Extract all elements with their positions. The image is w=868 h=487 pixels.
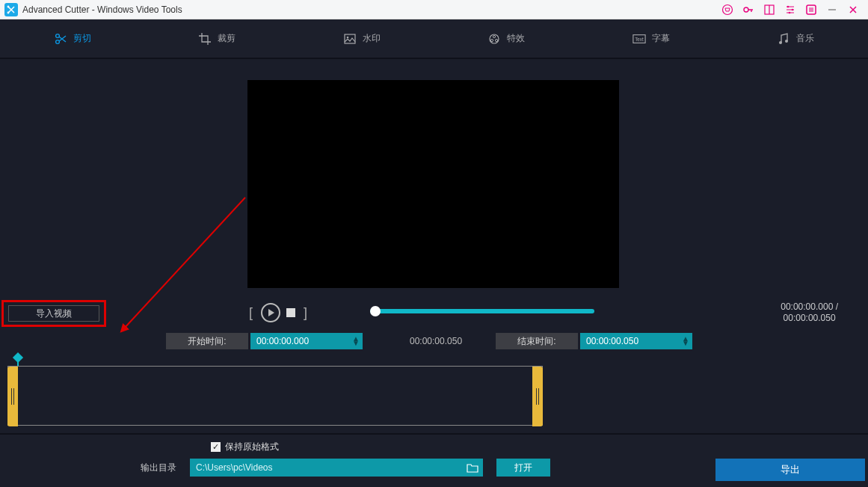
- svg-point-8: [789, 11, 791, 13]
- svg-point-17: [491, 39, 493, 41]
- stop-button[interactable]: [286, 308, 295, 317]
- layout-icon[interactable]: [759, 1, 780, 18]
- tab-label: 水印: [363, 32, 381, 45]
- key-icon[interactable]: [738, 1, 759, 18]
- window-title: Advanced Cutter - Windows Video Tools: [22, 4, 182, 15]
- tab-subtitle[interactable]: Text 字幕: [579, 19, 724, 58]
- svg-point-18: [496, 39, 498, 41]
- duration-display: 00:00:00.050: [410, 336, 462, 346]
- output-dir-label: 输出目录: [141, 462, 176, 474]
- music-icon: [777, 32, 790, 46]
- end-time-label: 结束时间:: [496, 333, 578, 349]
- svg-point-3: [744, 7, 748, 12]
- seek-slider[interactable]: [370, 309, 594, 313]
- crop-icon: [198, 32, 212, 46]
- playhead[interactable]: [14, 354, 22, 361]
- tab-watermark[interactable]: 水印: [289, 19, 434, 58]
- start-time-label: 开始时间:: [166, 333, 248, 349]
- spinner-icon[interactable]: ▲▼: [352, 337, 360, 346]
- tab-label: 裁剪: [218, 32, 236, 45]
- video-preview[interactable]: [247, 80, 619, 288]
- spinner-icon[interactable]: ▲▼: [682, 337, 689, 346]
- tab-cut[interactable]: 剪切: [0, 19, 145, 58]
- svg-point-6: [787, 5, 789, 7]
- menu-icon[interactable]: [801, 1, 822, 18]
- time-range-row: 开始时间: 00:00:00.000 ▲▼ 00:00:00.050 结束时间:…: [0, 333, 868, 354]
- effect-icon: [487, 32, 501, 46]
- open-button[interactable]: 打开: [496, 459, 550, 477]
- end-time-input[interactable]: 00:00:00.050 ▲▼: [580, 333, 692, 349]
- preview-stage: [0, 59, 868, 298]
- export-button[interactable]: 导出: [715, 459, 865, 481]
- time-display: 00:00:00.000 / 00:00:00.050: [781, 301, 838, 324]
- svg-text:Text: Text: [635, 36, 644, 41]
- sliders-icon[interactable]: [780, 1, 801, 18]
- tab-effect[interactable]: 特效: [434, 19, 579, 58]
- tab-crop[interactable]: 裁剪: [145, 19, 290, 58]
- mark-out-button[interactable]: ]: [301, 305, 310, 321]
- titlebar: Advanced Cutter - Windows Video Tools: [0, 0, 868, 19]
- mark-in-button[interactable]: [: [247, 305, 255, 321]
- start-time-input[interactable]: 00:00:00.000 ▲▼: [250, 333, 363, 349]
- image-icon: [343, 32, 357, 46]
- seek-thumb[interactable]: [370, 306, 381, 316]
- tab-music[interactable]: 音乐: [724, 19, 869, 58]
- trim-handle-left[interactable]: [7, 367, 18, 426]
- svg-point-22: [785, 40, 788, 43]
- bottom-bar: ✓ 保持原始格式 输出目录 C:\Users\pc\Videos 打开 导出: [0, 433, 868, 486]
- svg-point-16: [493, 35, 496, 37]
- svg-point-7: [792, 8, 794, 10]
- keep-format-label: 保持原始格式: [225, 441, 279, 453]
- folder-icon[interactable]: [467, 462, 478, 473]
- svg-point-14: [346, 36, 348, 38]
- svg-rect-13: [345, 34, 355, 43]
- svg-point-11: [55, 34, 59, 37]
- tab-label: 特效: [507, 32, 525, 45]
- svg-point-0: [7, 5, 10, 7]
- tab-label: 剪切: [73, 32, 91, 45]
- output-dir-field[interactable]: C:\Users\pc\Videos: [190, 459, 483, 477]
- controls-row: 导入视频 [ ] 00:00:00.000 / 00:00:00.050: [0, 298, 868, 328]
- svg-point-2: [723, 4, 733, 14]
- minimize-button[interactable]: [822, 1, 843, 18]
- cart-icon[interactable]: [717, 1, 738, 18]
- tabbar: 剪切 裁剪 水印 特效 Text 字幕 音乐: [0, 19, 868, 59]
- timeline[interactable]: [0, 358, 868, 433]
- import-highlight: 导入视频: [1, 300, 106, 327]
- import-video-button[interactable]: 导入视频: [8, 305, 99, 322]
- close-button[interactable]: [843, 1, 864, 18]
- svg-point-21: [779, 41, 782, 44]
- app-icon: [4, 3, 18, 16]
- tab-label: 音乐: [796, 32, 814, 45]
- svg-point-1: [7, 11, 10, 13]
- keep-format-checkbox[interactable]: ✓: [211, 442, 221, 452]
- trim-handle-right[interactable]: [532, 367, 543, 426]
- tab-label: 字幕: [652, 32, 670, 45]
- text-icon: Text: [632, 32, 646, 46]
- clip-region[interactable]: [7, 366, 543, 426]
- scissors-icon: [54, 32, 67, 46]
- play-button[interactable]: [261, 303, 280, 322]
- svg-point-12: [55, 40, 59, 43]
